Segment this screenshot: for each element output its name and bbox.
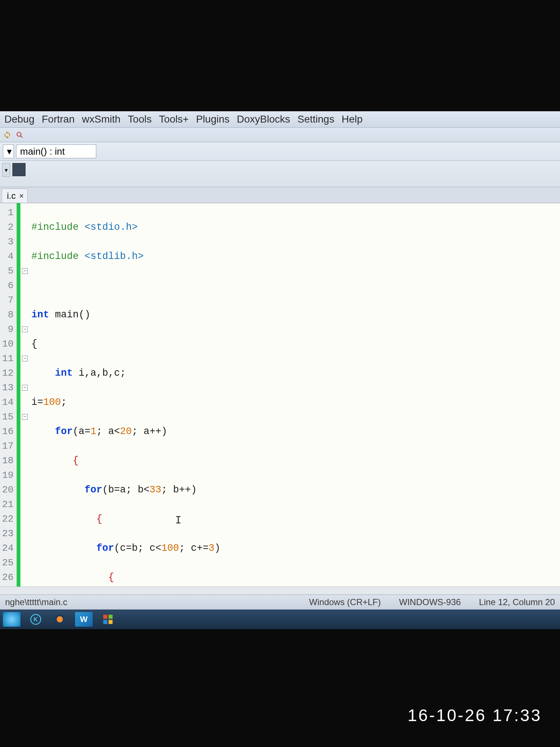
chevron-down-icon[interactable]: ▾ xyxy=(2,163,10,177)
line-gutter: 123 456 789 101112 131415 161718 192021 … xyxy=(0,203,17,587)
fold-toggle[interactable]: − xyxy=(22,414,28,420)
secondary-toolbar: ▾ xyxy=(0,161,560,187)
refresh-icon[interactable] xyxy=(2,130,12,140)
fold-column: − − − − − xyxy=(20,203,29,587)
taskbar-app-2[interactable]: K xyxy=(27,612,44,627)
svg-rect-7 xyxy=(109,615,113,619)
menu-help[interactable]: Help xyxy=(342,113,363,125)
tool-button[interactable] xyxy=(12,163,26,176)
menu-fortran[interactable]: Fortran xyxy=(42,113,75,125)
zoom-icon[interactable] xyxy=(15,130,25,140)
svg-text:K: K xyxy=(34,616,38,623)
function-dropdown[interactable]: main() : int xyxy=(16,144,96,158)
taskbar-app-4[interactable]: W xyxy=(75,612,93,627)
fold-toggle[interactable]: − xyxy=(22,356,28,361)
status-eol: Windows (CR+LF) xyxy=(309,597,381,607)
svg-rect-9 xyxy=(109,620,113,624)
menu-toolsplus[interactable]: Tools+ xyxy=(159,113,189,125)
horizontal-scrollbar[interactable] xyxy=(0,587,560,595)
code-editor[interactable]: 123 456 789 101112 131415 161718 192021 … xyxy=(0,203,560,587)
fold-toggle[interactable]: − xyxy=(22,268,28,274)
fold-toggle[interactable]: − xyxy=(22,385,28,391)
menu-settings[interactable]: Settings xyxy=(298,113,334,125)
code-area[interactable]: #include <stdio.h> #include <stdlib.h> i… xyxy=(29,203,560,587)
taskbar-app-3[interactable] xyxy=(51,612,69,627)
ide-window: Debug Fortran wxSmith Tools Tools+ Plugi… xyxy=(0,111,560,629)
svg-rect-8 xyxy=(103,620,107,624)
change-indicator xyxy=(17,203,20,587)
menu-bar: Debug Fortran wxSmith Tools Tools+ Plugi… xyxy=(0,111,560,128)
svg-point-0 xyxy=(17,132,21,136)
status-bar: nghe\ttttt\main.c Windows (CR+LF) WINDOW… xyxy=(0,595,560,609)
tab-label: i.c xyxy=(7,191,16,201)
camera-timestamp: 16-10-26 17:33 xyxy=(408,705,542,725)
close-icon[interactable]: × xyxy=(19,192,24,200)
status-encoding: WINDOWS-936 xyxy=(399,597,461,607)
tab-bar: i.c × xyxy=(0,187,560,203)
text-cursor: I xyxy=(175,513,182,528)
menu-tools[interactable]: Tools xyxy=(128,113,152,125)
fold-toggle[interactable]: − xyxy=(22,326,28,332)
status-position: Line 12, Column 20 xyxy=(479,597,555,607)
svg-line-1 xyxy=(21,136,23,138)
toolbar xyxy=(0,128,560,142)
tab-main-c[interactable]: i.c × xyxy=(1,189,28,203)
scope-dropdown[interactable]: ▾ xyxy=(3,144,14,158)
taskbar-app-1[interactable] xyxy=(3,612,20,627)
menu-wxsmith[interactable]: wxSmith xyxy=(82,113,121,125)
taskbar-app-5[interactable] xyxy=(99,612,117,627)
svg-rect-6 xyxy=(103,615,107,619)
status-path: nghe\ttttt\main.c xyxy=(5,597,67,607)
svg-point-5 xyxy=(57,616,63,623)
symbol-nav: ▾ main() : int xyxy=(0,142,560,161)
menu-doxyblocks[interactable]: DoxyBlocks xyxy=(237,113,290,125)
menu-plugins[interactable]: Plugins xyxy=(196,113,230,125)
taskbar: K W xyxy=(0,609,560,629)
menu-debug[interactable]: Debug xyxy=(4,113,35,125)
